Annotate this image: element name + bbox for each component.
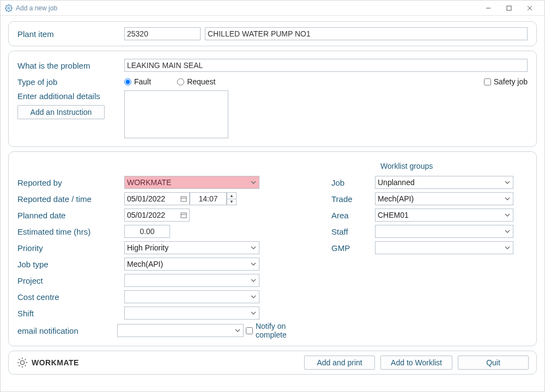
shift-label: Shift: [17, 309, 124, 318]
job-label: Job: [331, 178, 375, 187]
costcentre-label: Cost centre: [17, 292, 124, 302]
right-column: Worklist groups Job Unplanned Trade Mech…: [331, 157, 528, 340]
safety-job-checkbox[interactable]: Safety job: [484, 77, 528, 86]
notify-on-complete-checkbox[interactable]: Notify on complete: [246, 322, 314, 339]
priority-value: High Priority: [127, 243, 249, 252]
priority-combo[interactable]: High Priority: [124, 241, 259, 254]
planned-date-picker[interactable]: 05/01/2022: [124, 209, 190, 222]
request-radio[interactable]: Request: [177, 77, 215, 86]
window-frame: Add a new job Plant item What is the pro…: [0, 0, 545, 392]
problem-input[interactable]: [124, 59, 528, 72]
chevron-down-icon: [249, 261, 258, 267]
minimize-button[interactable]: [478, 2, 499, 15]
problem-panel: What is the problem Type of job Fault Re…: [8, 51, 537, 147]
estimated-time-input[interactable]: [124, 225, 170, 238]
reported-datetime-label: Reported date / time: [17, 194, 124, 204]
svg-rect-2: [507, 6, 511, 10]
reported-date-picker[interactable]: 05/01/2022: [124, 192, 190, 205]
fault-radio-label: Fault: [134, 77, 151, 86]
calendar-dropdown-icon: [179, 212, 188, 218]
quit-button[interactable]: Quit: [458, 356, 529, 370]
area-label: Area: [331, 211, 375, 220]
add-instruction-button[interactable]: Add an Instruction: [17, 105, 105, 119]
chevron-down-icon: [503, 212, 512, 218]
maximize-button[interactable]: [499, 2, 519, 15]
type-of-job-label: Type of job: [17, 77, 124, 87]
svg-point-0: [8, 7, 10, 9]
spinner-up-icon[interactable]: ▲: [227, 193, 236, 199]
brand-text: WORKMATE: [32, 358, 79, 367]
email-notification-label: email notification: [17, 326, 117, 335]
svg-point-9: [20, 360, 24, 364]
workmate-logo: WORKMATE: [16, 357, 79, 369]
chevron-down-icon: [249, 245, 258, 250]
gmp-combo[interactable]: [375, 241, 513, 254]
left-column: Reported by WORKMATE Reported date / tim…: [17, 157, 314, 340]
jobtype-value: Mech(API): [127, 260, 249, 268]
job-combo[interactable]: Unplanned: [375, 176, 513, 189]
staff-label: Staff: [331, 227, 375, 236]
svg-line-15: [25, 365, 26, 366]
project-label: Project: [17, 276, 124, 285]
estimated-time-label: Estimated time (hrs): [17, 227, 124, 236]
additional-details-label: Enter additional details: [17, 91, 124, 101]
fault-radio[interactable]: Fault: [124, 77, 151, 86]
shift-combo[interactable]: [124, 307, 259, 320]
area-combo[interactable]: CHEM01: [375, 209, 513, 222]
time-spinner[interactable]: ▲▼: [227, 192, 237, 205]
trade-value: Mech(API): [378, 194, 503, 203]
plant-item-panel: Plant item: [8, 21, 537, 46]
footer-panel: WORKMATE Add and print Add to Worklist Q…: [8, 351, 537, 375]
problem-label: What is the problem: [17, 61, 124, 70]
worklist-groups-header: Worklist groups: [380, 162, 433, 170]
area-value: CHEM01: [378, 211, 503, 219]
costcentre-combo[interactable]: [124, 290, 259, 303]
svg-rect-5: [181, 197, 186, 201]
job-value: Unplanned: [378, 178, 503, 187]
chevron-down-icon: [249, 278, 258, 283]
add-to-worklist-button[interactable]: Add to Worklist: [380, 356, 452, 370]
chevron-down-icon: [503, 245, 512, 250]
gear-icon: [5, 4, 13, 12]
chevron-down-icon: [249, 180, 258, 185]
staff-combo[interactable]: [375, 225, 513, 238]
titlebar: Add a new job: [1, 1, 544, 16]
jobtype-combo[interactable]: Mech(API): [124, 258, 259, 271]
planned-date-label: Planned date: [17, 211, 124, 220]
project-combo[interactable]: [124, 274, 259, 287]
plant-id-input[interactable]: [124, 27, 201, 40]
email-notification-combo[interactable]: [117, 324, 244, 337]
chevron-down-icon: [503, 229, 512, 234]
gear-icon: [16, 357, 28, 369]
chevron-down-icon: [233, 328, 242, 333]
svg-line-14: [19, 359, 20, 360]
reported-date-value: 05/01/2022: [127, 194, 179, 203]
reported-by-combo[interactable]: WORKMATE: [124, 176, 259, 189]
add-and-print-button[interactable]: Add and print: [304, 356, 375, 370]
notify-on-complete-label: Notify on complete: [256, 322, 314, 339]
svg-line-17: [25, 359, 26, 360]
calendar-dropdown-icon: [179, 195, 188, 202]
jobtype-label: Job type: [17, 260, 124, 269]
chevron-down-icon: [249, 310, 258, 316]
window-title: Add a new job: [16, 4, 57, 12]
reported-by-label: Reported by: [17, 178, 124, 187]
request-radio-label: Request: [187, 77, 215, 86]
safety-job-label: Safety job: [494, 77, 528, 86]
additional-details-textarea[interactable]: [124, 90, 228, 138]
trade-label: Trade: [331, 194, 375, 204]
plant-item-label: Plant item: [17, 29, 124, 39]
plant-description-input[interactable]: [205, 27, 528, 40]
chevron-down-icon: [249, 294, 258, 299]
spinner-down-icon[interactable]: ▼: [227, 199, 236, 205]
chevron-down-icon: [503, 180, 512, 185]
svg-rect-7: [181, 213, 186, 218]
svg-line-16: [19, 365, 20, 366]
close-button[interactable]: [519, 2, 540, 15]
reported-by-value: WORKMATE: [127, 178, 249, 187]
gmp-label: GMP: [331, 243, 375, 253]
priority-label: Priority: [17, 243, 124, 253]
reported-time-input[interactable]: [190, 192, 227, 205]
details-panel: Reported by WORKMATE Reported date / tim…: [8, 151, 537, 346]
trade-combo[interactable]: Mech(API): [375, 192, 513, 205]
